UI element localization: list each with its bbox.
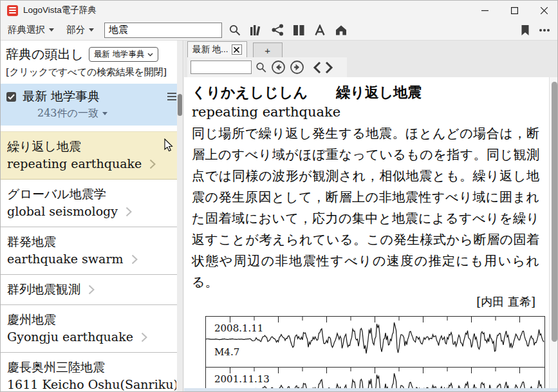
toolbar: 辞典選択 部分 <box>1 20 558 41</box>
font-size-icon[interactable] <box>312 23 328 38</box>
sidebar-scrollbar-thumb[interactable] <box>178 94 182 116</box>
toolbar-right-icons <box>517 23 552 38</box>
window-title: LogoVista電子辞典 <box>23 5 97 16</box>
sidebar-scrollbar[interactable] <box>177 41 183 392</box>
entry-heading-kana: くりかえしじしん <box>192 84 308 100</box>
entry-search-row <box>184 57 558 77</box>
event-date: 2001.11.13 <box>213 373 271 385</box>
seismogram-panel-1: 2008.1.11 M4.7 <box>205 316 545 368</box>
result-item-ja: 群列地震観測 <box>7 281 80 298</box>
result-item-selected[interactable]: 繰り返し地震 repeating earthquake <box>1 131 183 180</box>
next-entry-icon[interactable] <box>325 61 333 74</box>
share-icon[interactable] <box>270 23 285 38</box>
history-back-icon[interactable] <box>271 60 286 75</box>
close-icon[interactable] <box>529 1 558 20</box>
content-scrollbar-thumb[interactable] <box>552 82 557 342</box>
result-item-en: repeating earthquake <box>7 155 142 173</box>
result-item-en: global seismology <box>7 203 118 220</box>
expand-all-hint[interactable]: [クリックですべての検索結果を開閉] <box>1 64 183 84</box>
dictionary-result-group[interactable]: 最新 地学事典 243件の一致 <box>1 84 183 126</box>
app-logo-icon <box>7 5 18 16</box>
result-item-en: Gyongju earthquake <box>7 328 133 346</box>
app-window: { "colors": { "app_icon_red": "#e23a2e",… <box>0 0 558 392</box>
prev-entry-icon[interactable] <box>313 61 321 74</box>
dictionary-filter-dropdown[interactable]: 最新 地学事典 <box>89 47 158 62</box>
dictionary-checkbox[interactable] <box>6 92 16 102</box>
chevron-down-icon <box>49 28 54 32</box>
split-view-icon[interactable] <box>291 23 306 38</box>
home-icon[interactable] <box>333 23 349 38</box>
sidebar-header: 辞典の頭出し 最新 地学事典 <box>1 41 183 64</box>
dictionary-filter-value: 最新 地学事典 <box>94 49 144 60</box>
bookmark-icon[interactable] <box>517 23 533 38</box>
result-item-ja: グローバル地震学 <box>7 185 176 203</box>
history-forward-icon[interactable] <box>290 60 304 75</box>
result-item[interactable]: グローバル地震学 global seismology <box>1 180 183 227</box>
tab-close-button[interactable] <box>232 44 242 55</box>
entry-content: くりかえしじしん繰り返し地震 repeating earthquake 同じ場所… <box>184 77 558 388</box>
event-date: 2008.1.11 <box>213 322 265 334</box>
result-item-en: 1611 Keicho Oshu(Sanriku) ea <box>7 376 176 392</box>
dictionary-name: 最新 地学事典 <box>23 88 160 105</box>
tab-bar: 最新 地... + <box>184 41 558 57</box>
entry-search-input[interactable] <box>191 61 252 74</box>
result-item-ja: 慶長奥州三陸地震 <box>7 359 176 376</box>
more-icon[interactable] <box>537 23 552 38</box>
main-panel: 最新 地... + く <box>184 41 558 392</box>
minimize-icon[interactable] <box>470 1 499 20</box>
seismogram-figure: 2008.1.11 M4.7 2001.11.13 M4.8 1995.3.11 <box>205 316 545 388</box>
new-tab-button[interactable]: + <box>253 42 283 57</box>
sidebar-gap <box>1 126 183 131</box>
chevron-down-icon <box>102 112 107 115</box>
match-mode-label: 部分 <box>66 24 85 36</box>
sidebar-title: 辞典の頭出し <box>6 46 84 63</box>
entry-heading: くりかえしじしん繰り返し地震 <box>192 82 539 102</box>
dictionary-select-dropdown[interactable]: 辞典選択 <box>3 21 59 39</box>
chevron-right-icon <box>141 332 147 342</box>
seismogram-panel-2: 2001.11.13 M4.8 <box>205 367 545 388</box>
match-mode-dropdown[interactable]: 部分 <box>61 21 99 39</box>
sidebar: 辞典の頭出し 最新 地学事典 [クリックですべての検索結果を開閉] 最新 地学事… <box>1 41 183 392</box>
result-list-icon[interactable] <box>166 92 177 101</box>
entry-heading-en: repeating earthquake <box>192 102 539 122</box>
result-item-ja: 繰り返し地震 <box>7 138 176 155</box>
event-magnitude: M4.7 <box>213 346 241 358</box>
maximize-icon[interactable] <box>499 1 529 20</box>
window-controls <box>470 1 558 20</box>
mouse-cursor-icon <box>164 138 174 152</box>
toolbar-icons <box>227 23 349 38</box>
library-books-icon[interactable] <box>248 23 264 38</box>
entry-heading-kanji: 繰り返し地震 <box>336 84 422 100</box>
entry-body: 同じ場所で繰り返し発生する地震。ほとんどの場合は，断層上のすべり域がほぼ重なって… <box>192 123 539 293</box>
search-icon[interactable] <box>227 23 243 38</box>
chevron-right-icon <box>126 207 132 217</box>
close-icon <box>234 47 239 53</box>
search-icon[interactable] <box>256 62 267 73</box>
result-item-ja: 慶州地震 <box>7 311 176 328</box>
content-scrollbar[interactable] <box>549 77 558 388</box>
content-horizontal-scrollbar[interactable] <box>184 388 558 392</box>
result-item[interactable]: 慶長奥州三陸地震 1611 Keicho Oshu(Sanriku) ea <box>1 353 183 392</box>
result-item-en: earthquake swarm <box>7 250 124 268</box>
chevron-down-icon <box>147 53 153 57</box>
titlebar: LogoVista電子辞典 <box>1 1 558 20</box>
check-icon <box>8 94 15 100</box>
tab-label: 最新 地... <box>192 44 228 55</box>
chevron-down-icon <box>89 28 94 32</box>
tab-active[interactable]: 最新 地... <box>187 41 247 57</box>
result-item-ja: 群発地震 <box>7 233 176 250</box>
chevron-right-icon <box>149 159 156 169</box>
result-item[interactable]: 群発地震 earthquake swarm <box>1 227 183 275</box>
match-count-label: 243件の一致 <box>37 107 98 120</box>
chevron-right-icon <box>131 254 138 265</box>
search-input[interactable] <box>104 23 222 38</box>
result-item[interactable]: 慶州地震 Gyongju earthquake <box>1 305 183 353</box>
chevron-right-icon <box>88 285 95 295</box>
result-item[interactable]: 群列地震観測 <box>1 275 183 305</box>
match-count[interactable]: 243件の一致 <box>6 107 177 120</box>
dictionary-select-label: 辞典選択 <box>8 24 45 36</box>
entry-author: [内田 直希] <box>192 294 539 310</box>
